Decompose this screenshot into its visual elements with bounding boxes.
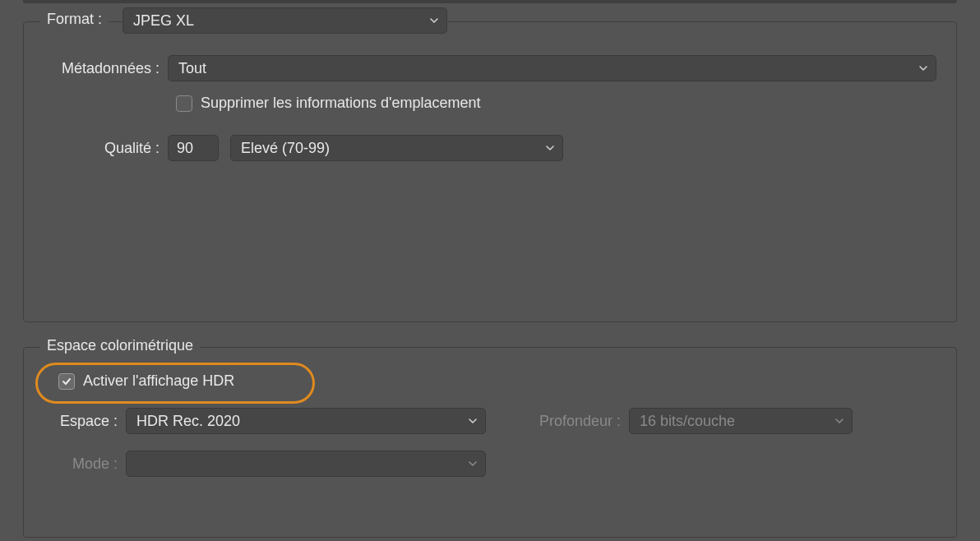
space-select-value: HDR Rec. 2020 (136, 413, 240, 430)
quality-preset-value: Elevé (70-99) (241, 140, 330, 157)
chevron-down-icon (834, 415, 845, 427)
quality-input[interactable] (168, 135, 219, 161)
hdr-checkbox-label: Activer l'affichage HDR (83, 372, 234, 390)
format-select[interactable]: JPEG XL (122, 7, 447, 34)
chevron-down-icon (467, 415, 478, 427)
metadata-select-value: Tout (178, 60, 206, 77)
metadata-select[interactable]: Tout (168, 55, 936, 81)
space-label: Espace : (47, 413, 126, 430)
colorspace-group: Espace colorimétrique Activer l'affichag… (23, 347, 957, 538)
format-select-value: JPEG XL (133, 12, 194, 30)
mode-label: Mode : (47, 455, 126, 473)
format-group: Format : JPEG XL Métadonnées : Tout Supp… (23, 21, 957, 322)
space-select[interactable]: HDR Rec. 2020 (126, 408, 486, 434)
hdr-checkbox[interactable] (58, 373, 75, 390)
depth-select-value: 16 bits/couche (640, 413, 735, 430)
chevron-down-icon (918, 62, 929, 74)
quality-label: Qualité : (49, 140, 168, 157)
quality-preset-select[interactable]: Elevé (70-99) (230, 135, 563, 161)
top-divider (23, 0, 957, 3)
suppress-location-checkbox[interactable] (176, 95, 192, 112)
chevron-down-icon (428, 15, 440, 26)
chevron-down-icon (467, 458, 478, 469)
suppress-location-label: Supprimer les informations d'emplacement (201, 95, 481, 112)
mode-select[interactable] (126, 451, 486, 477)
depth-label: Profondeur : (506, 413, 629, 430)
chevron-down-icon (544, 142, 556, 154)
metadata-label: Métadonnées : (49, 60, 168, 77)
format-legend: Format : (40, 11, 109, 28)
colorspace-legend: Espace colorimétrique (40, 337, 200, 354)
depth-select[interactable]: 16 bits/couche (629, 408, 853, 434)
